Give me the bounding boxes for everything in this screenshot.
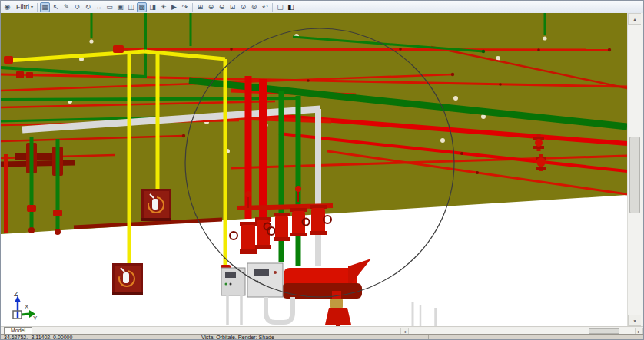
view-render-status: Vista: Orbitale, Render: Shade — [198, 335, 429, 340]
axis-y-arrow — [22, 314, 29, 315]
pipe-red — [118, 49, 609, 50]
cabinet-shadow — [141, 218, 171, 221]
edit-pencil-button[interactable]: ✎ — [61, 2, 71, 12]
valve-body — [311, 208, 325, 234]
valve-body — [241, 225, 255, 251]
pipe-hanger — [537, 48, 540, 51]
zoom-selected-button[interactable]: ⊚ — [249, 2, 259, 12]
panel-display — [225, 272, 236, 278]
valve-handwheel — [230, 232, 237, 239]
shade-mode-button[interactable]: ◨ — [148, 2, 158, 12]
control-panel — [247, 263, 283, 297]
panel-button — [230, 283, 232, 286]
valve-flange — [240, 249, 257, 254]
zoom-out-button[interactable]: ⊖ — [217, 2, 227, 12]
pipe-hanger — [499, 83, 502, 86]
vertical-scrollbar-thumb[interactable] — [629, 137, 640, 213]
layout-tab-bar: Model ◄ ► — [1, 326, 643, 334]
manifold-pipe-lower — [282, 283, 362, 299]
axis-x-label: X — [25, 303, 29, 310]
horizontal-scrollbar-thumb[interactable] — [589, 328, 619, 334]
valve-body — [536, 157, 546, 167]
pipe-hanger — [307, 79, 310, 82]
zoom-window-button[interactable]: ⊞ — [195, 2, 205, 12]
scroll-down-icon[interactable]: ▼ — [628, 315, 642, 326]
valve-flange — [536, 167, 546, 170]
conduit-loop — [266, 297, 293, 322]
viewport-3d-scene[interactable]: ZXY — [1, 13, 627, 326]
layout-button[interactable]: ◧ — [286, 2, 296, 12]
drain-bell — [325, 308, 351, 325]
undo-view-button[interactable]: ↶ — [260, 2, 270, 12]
orbit-ccw-button[interactable]: ↺ — [72, 2, 82, 12]
toolbar-separator — [192, 3, 193, 12]
chevron-down-icon: ▾ — [31, 5, 33, 9]
sprinkler-head — [543, 36, 546, 40]
zoom-extents-button[interactable]: ⊡ — [227, 2, 237, 12]
cad-application-window: ◉Filtri▾▦↖✎↺↻↔▭▣◫▩◨☀▶↷⊞⊕⊖⊡⊙⊚↶▢◧ ZXY ▲ ▼ … — [0, 0, 644, 340]
viewport-right-margin — [641, 13, 644, 326]
brass-fitting — [330, 299, 343, 309]
view-front-button[interactable]: ▭ — [105, 2, 115, 12]
toolbar-separator — [272, 3, 273, 12]
pipe-hanger — [460, 152, 463, 155]
pipe-hanger — [399, 48, 402, 51]
camera-view-button[interactable]: ◫ — [126, 2, 136, 12]
status-bar: 34.62752, -3.11402, 0.00000 Vista: Orbit… — [1, 334, 643, 340]
extinguisher-icon — [152, 199, 158, 210]
orbit-3d-button[interactable]: ↷ — [180, 2, 190, 12]
valve-body — [535, 139, 543, 147]
pipe-elbow — [4, 56, 13, 64]
filter-label: Filtri — [15, 4, 31, 11]
cursor-coordinates: 34.62752, -3.11402, 0.00000 — [1, 335, 198, 340]
pipe-hanger — [230, 48, 233, 51]
pipe-end — [608, 48, 611, 51]
walk-button[interactable]: ▶ — [169, 2, 179, 12]
viewport-3d[interactable]: ZXY — [1, 13, 627, 326]
zoom-previous-button[interactable]: ⊙ — [238, 2, 248, 12]
valve-flange — [290, 233, 307, 236]
orbit-cw-button[interactable]: ↻ — [83, 2, 93, 12]
pipe-fitting — [26, 72, 33, 78]
panel-button — [225, 283, 227, 286]
pipe-fitting — [27, 205, 36, 212]
panel-display — [254, 269, 269, 276]
render-mode-button[interactable]: ▩ — [137, 2, 147, 12]
pipe-end — [451, 73, 454, 76]
zoom-in-button[interactable]: ⊕ — [206, 2, 216, 12]
pipe-end — [28, 227, 35, 233]
status-spare — [429, 335, 643, 340]
viewport-button[interactable]: ▢ — [275, 2, 285, 12]
pipe-end — [482, 50, 485, 53]
main-toolbar: ◉Filtri▾▦↖✎↺↻↔▭▣◫▩◨☀▶↷⊞⊕⊖⊡⊙⊚↶▢◧ — [1, 1, 643, 13]
filter-dropdown[interactable]: Filtri▾ — [13, 2, 35, 12]
sprinkler-head — [440, 138, 445, 143]
select-pointer-button[interactable]: ↖ — [51, 2, 61, 12]
panel-button — [274, 271, 277, 274]
axis-y-label: Y — [33, 315, 38, 322]
render-preview-button[interactable]: ▦ — [40, 2, 50, 12]
pressure-gauge — [245, 191, 251, 197]
valve-body — [275, 216, 288, 240]
valve-flange — [255, 245, 271, 249]
sprinkler-head — [453, 96, 458, 101]
sprinkler-head — [89, 39, 93, 43]
pipe-fitting — [53, 210, 62, 216]
extinguisher-icon — [123, 272, 129, 283]
valve-flange — [274, 237, 290, 241]
pipe-hanger — [476, 171, 479, 174]
pipe-end — [55, 229, 61, 235]
pipe-elbow — [113, 45, 124, 53]
pipe-darkred — [1, 163, 75, 164]
light-button[interactable]: ☀ — [158, 2, 168, 12]
view-box-button[interactable]: ▣ — [115, 2, 125, 12]
pan-button[interactable]: ↔ — [94, 2, 104, 12]
pipe-end — [182, 134, 185, 137]
pipe-green — [1, 98, 300, 100]
scroll-up-icon[interactable]: ▲ — [628, 13, 642, 25]
pressure-gauge — [295, 186, 301, 192]
cabinet-shadow — [112, 292, 143, 295]
vertical-scrollbar[interactable]: ▲ ▼ — [627, 13, 641, 326]
pipe-fitting — [16, 71, 24, 78]
visibility-eye-icon[interactable]: ◉ — [2, 2, 12, 12]
